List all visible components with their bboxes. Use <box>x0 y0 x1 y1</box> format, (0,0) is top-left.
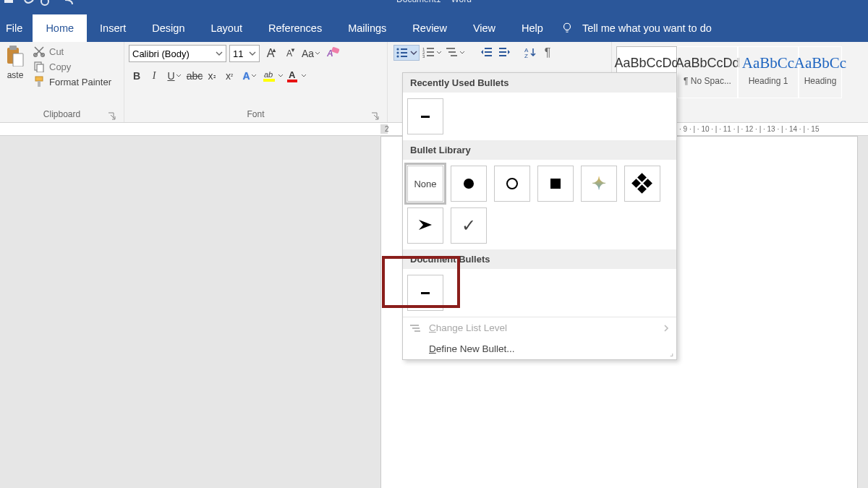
bullet-dash-document[interactable] <box>407 275 443 311</box>
section-recent-bullets: Recently Used Bullets <box>403 73 676 93</box>
svg-rect-43 <box>414 330 420 332</box>
ruler-marks-right: · 9 · | · 10 · | · 11 · | · 12 · | · 13 … <box>679 125 819 133</box>
svg-rect-38 <box>499 55 506 56</box>
chevron-down-icon <box>251 73 257 79</box>
chevron-down-icon <box>436 50 442 56</box>
tab-insert[interactable]: Insert <box>87 14 139 42</box>
tab-review[interactable]: Review <box>399 14 460 42</box>
highlight-button[interactable]: ab <box>262 68 284 84</box>
shrink-font-button[interactable]: A▼ <box>281 46 297 61</box>
numbering-button[interactable]: 123 <box>421 45 443 61</box>
svg-rect-33 <box>485 48 492 49</box>
bullet-circle[interactable] <box>494 166 530 202</box>
font-name-value: Calibri (Body) <box>132 48 190 59</box>
svg-rect-17 <box>287 80 297 82</box>
font-size-combo[interactable]: 11 <box>229 45 260 62</box>
bullet-arrowhead[interactable] <box>407 207 443 244</box>
tab-view[interactable]: View <box>460 14 509 42</box>
change-case-button[interactable]: Aa <box>300 46 322 61</box>
svg-rect-5 <box>13 53 23 67</box>
tab-references[interactable]: References <box>255 14 335 42</box>
tell-me-label: Tell me what you want to do <box>582 22 712 34</box>
bold-button[interactable]: B <box>129 68 145 84</box>
format-painter-button[interactable]: Format Painter <box>30 75 114 88</box>
copy-button[interactable]: Copy <box>30 60 114 73</box>
style-heading-1[interactable]: AaBbCc Heading 1 <box>738 46 799 98</box>
svg-text:3: 3 <box>422 54 425 59</box>
quick-access-glyphs <box>3 0 104 10</box>
chevron-down-icon <box>315 51 320 56</box>
tab-file[interactable]: File <box>0 14 33 42</box>
svg-text:A: A <box>289 69 296 80</box>
svg-point-20 <box>396 51 399 53</box>
bullets-button[interactable] <box>393 45 420 61</box>
style-heading-2[interactable]: AaBbCc Heading <box>799 46 842 98</box>
chevron-down-icon <box>278 73 284 79</box>
eraser-icon: A <box>325 46 341 61</box>
paste-button[interactable]: aste <box>4 45 26 80</box>
increase-indent-button[interactable] <box>496 45 512 61</box>
underline-button[interactable]: U <box>163 68 185 84</box>
bullets-icon <box>396 46 409 59</box>
paste-label: aste <box>4 70 26 80</box>
lightbulb-icon <box>561 22 574 35</box>
paste-icon <box>6 45 25 67</box>
svg-rect-36 <box>499 48 506 49</box>
tab-design[interactable]: Design <box>139 14 197 42</box>
show-marks-button[interactable]: ¶ <box>540 45 556 61</box>
outdent-icon <box>480 46 493 59</box>
chevron-down-icon <box>459 50 465 56</box>
bullet-square[interactable] <box>537 166 574 202</box>
font-launcher-icon[interactable] <box>371 112 380 121</box>
chevron-down-icon <box>249 50 256 57</box>
tab-home[interactable]: Home <box>33 14 87 42</box>
bullet-4point-star[interactable]: ✦ <box>581 166 617 202</box>
svg-text:Z: Z <box>524 53 528 59</box>
change-list-level: Change List Level <box>403 317 676 338</box>
chevron-down-icon <box>410 49 417 56</box>
clipboard-launcher-icon[interactable] <box>108 112 116 121</box>
tab-help[interactable]: Help <box>509 14 556 42</box>
define-new-bullet[interactable]: Define New Bullet... <box>403 338 676 359</box>
superscript-button[interactable]: x² <box>221 68 237 84</box>
scissors-icon <box>33 46 45 57</box>
svg-rect-4 <box>9 46 17 50</box>
svg-point-22 <box>396 55 399 57</box>
style-no-spacing[interactable]: AaBbCcDd ¶ No Spac... <box>677 46 738 98</box>
bullet-checkmark[interactable]: ✓ <box>451 207 487 244</box>
font-name-combo[interactable]: Calibri (Body) <box>129 45 226 62</box>
italic-button[interactable]: I <box>146 68 162 84</box>
paintbrush-icon <box>33 76 45 87</box>
sort-button[interactable]: AZ <box>522 45 538 61</box>
multilevel-list-button[interactable] <box>444 45 466 61</box>
bullet-disc[interactable] <box>451 166 487 202</box>
resize-grip-icon[interactable]: ⌟ <box>670 348 673 358</box>
ruler-mark: 2 <box>385 125 389 133</box>
decrease-indent-button[interactable] <box>479 45 495 61</box>
app-name: Word <box>451 0 471 4</box>
svg-rect-34 <box>485 51 492 53</box>
bullet-dash-recent[interactable] <box>407 98 443 134</box>
svg-rect-0 <box>4 0 13 3</box>
cut-button[interactable]: Cut <box>30 45 114 58</box>
tell-me[interactable]: Tell me what you want to do <box>561 14 712 42</box>
section-bullet-library: Bullet Library <box>403 140 676 160</box>
svg-rect-31 <box>448 51 456 53</box>
svg-rect-32 <box>451 55 457 56</box>
svg-rect-9 <box>37 64 43 72</box>
quick-access-area <box>0 0 109 14</box>
tab-layout[interactable]: Layout <box>197 14 255 42</box>
svg-rect-30 <box>446 48 455 49</box>
bullet-4diamonds[interactable] <box>624 166 660 202</box>
subscript-button[interactable]: x₂ <box>204 68 220 84</box>
grow-font-button[interactable]: A▲ <box>263 46 278 61</box>
text-effects-button[interactable]: A <box>239 68 260 84</box>
list-level-icon <box>410 324 422 333</box>
bullets-dropdown: Recently Used Bullets Bullet Library Non… <box>402 72 677 360</box>
strikethrough-button[interactable]: abc <box>187 68 203 84</box>
clear-formatting-button[interactable]: A <box>325 46 341 61</box>
document-name: Document1 <box>396 0 441 4</box>
font-color-button[interactable]: A <box>285 68 307 84</box>
bullet-none[interactable]: None <box>407 166 443 202</box>
tab-mailings[interactable]: Mailings <box>335 14 399 42</box>
